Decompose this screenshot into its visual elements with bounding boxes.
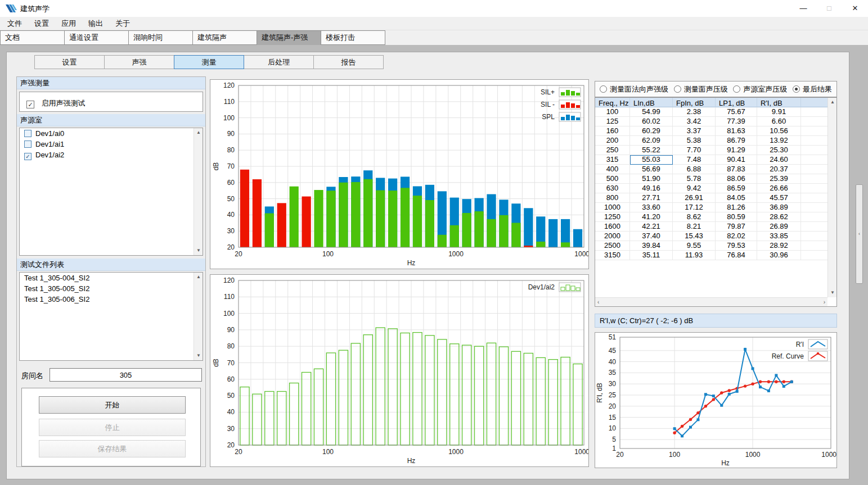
- table-cell[interactable]: 90.41: [716, 155, 757, 165]
- table-cell[interactable]: 86.59: [716, 184, 757, 193]
- table-cell[interactable]: 86.79: [716, 136, 757, 146]
- table-cell[interactable]: 25.30: [757, 146, 801, 155]
- table-header-cell[interactable]: LIn,dB: [630, 98, 673, 107]
- table-cell[interactable]: 7.48: [673, 155, 716, 165]
- table-cell[interactable]: 33.60: [630, 203, 673, 212]
- radio-icon[interactable]: [600, 85, 607, 93]
- table-cell[interactable]: 10.56: [757, 126, 801, 136]
- table-cell[interactable]: 100: [595, 107, 630, 117]
- radio-icon[interactable]: [674, 85, 681, 93]
- table-header-cell[interactable]: FpIn, dB: [673, 98, 716, 107]
- table-cell[interactable]: 76.84: [716, 251, 757, 260]
- table-cell[interactable]: 3.42: [673, 117, 716, 126]
- table-cell[interactable]: 77.39: [716, 117, 757, 126]
- table-cell[interactable]: 9.42: [673, 184, 716, 193]
- table-cell[interactable]: 60.02: [630, 117, 673, 126]
- main-tab-6[interactable]: 楼板打击: [321, 30, 385, 45]
- table-cell[interactable]: 28.62: [757, 212, 801, 222]
- table-cell[interactable]: 82.02: [716, 232, 757, 241]
- subtab-5[interactable]: 报告: [313, 55, 384, 69]
- table-cell[interactable]: 200: [595, 136, 630, 146]
- table-cell[interactable]: 3.37: [673, 126, 716, 136]
- table-cell[interactable]: 5.78: [673, 174, 716, 184]
- minimize-button[interactable]: —: [790, 0, 816, 17]
- scroll-up-icon[interactable]: ▲: [194, 273, 203, 282]
- main-tab-1[interactable]: 文档: [0, 30, 65, 45]
- legend-item[interactable]: Dev1/ai2: [528, 283, 581, 292]
- table-hscrollbar[interactable]: ‹›: [595, 297, 827, 306]
- table-header-cell[interactable]: R'I, dB: [757, 98, 801, 107]
- menu-item-5[interactable]: 关于: [109, 17, 136, 30]
- radio-option[interactable]: 测量面声压级: [674, 84, 728, 94]
- table-cell[interactable]: 2000: [595, 232, 630, 241]
- device-checkbox[interactable]: ✓: [24, 153, 32, 160]
- table-cell[interactable]: 41.20: [630, 212, 673, 222]
- table-header-cell[interactable]: LP1, dB: [716, 98, 757, 107]
- scroll-down-icon[interactable]: ▼: [828, 288, 837, 297]
- table-cell[interactable]: 2.38: [673, 107, 716, 117]
- table-cell[interactable]: 51.90: [630, 174, 673, 184]
- room-name-input[interactable]: [50, 368, 202, 382]
- table-cell[interactable]: 91.29: [716, 146, 757, 155]
- subtab-1[interactable]: 设置: [34, 55, 105, 69]
- table-vscrollbar[interactable]: ▲▼: [827, 98, 836, 297]
- table-cell[interactable]: 49.16: [630, 184, 673, 193]
- radio-option[interactable]: 声源室声压级: [733, 84, 787, 94]
- device-checkbox[interactable]: [24, 140, 32, 148]
- radio-icon[interactable]: [793, 85, 800, 93]
- menu-item-2[interactable]: 设置: [28, 17, 55, 30]
- table-cell[interactable]: 2500: [595, 241, 630, 251]
- table-cell[interactable]: 17.12: [673, 203, 716, 212]
- table-cell[interactable]: 81.63: [716, 126, 757, 136]
- legend-item[interactable]: R'I: [796, 339, 827, 349]
- main-tab-5[interactable]: 建筑隔声-声强: [257, 30, 321, 45]
- table-cell[interactable]: 500: [595, 174, 630, 184]
- maximize-button[interactable]: □: [816, 0, 842, 17]
- table-cell[interactable]: 45.57: [757, 193, 801, 203]
- subtab-4[interactable]: 后处理: [244, 55, 314, 69]
- legend-item[interactable]: SPL: [542, 112, 581, 121]
- table-cell[interactable]: 800: [595, 193, 630, 203]
- table-cell[interactable]: 36.89: [757, 203, 801, 212]
- table-cell[interactable]: 80.59: [716, 212, 757, 222]
- legend-item[interactable]: Ref. Curve: [772, 351, 827, 361]
- table-cell[interactable]: 79.53: [716, 241, 757, 251]
- table-cell[interactable]: 9.55: [673, 241, 716, 251]
- table-cell[interactable]: 27.71: [630, 193, 673, 203]
- table-cell[interactable]: 6.88: [673, 165, 716, 174]
- table-cell[interactable]: 250: [595, 146, 630, 155]
- legend-item[interactable]: SIL+: [541, 88, 581, 97]
- start-button[interactable]: 开始: [39, 396, 186, 414]
- table-cell[interactable]: 24.60: [757, 155, 801, 165]
- table-cell[interactable]: 60.29: [630, 126, 673, 136]
- table-cell[interactable]: 1600: [595, 222, 630, 232]
- device-item[interactable]: Dev1/ai0: [20, 128, 203, 139]
- table-cell[interactable]: 79.87: [716, 222, 757, 232]
- table-cell[interactable]: 56.69: [630, 165, 673, 174]
- table-cell[interactable]: 6.60: [757, 117, 801, 126]
- enable-test-checkbox[interactable]: ✓: [26, 101, 34, 108]
- table-header-cell[interactable]: Freq., Hz: [595, 98, 630, 107]
- save-results-button[interactable]: 保存结果: [39, 440, 186, 457]
- table-cell[interactable]: 75.67: [716, 107, 757, 117]
- table-cell[interactable]: 84.05: [716, 193, 757, 203]
- subtab-2[interactable]: 声强: [104, 55, 174, 69]
- table-cell[interactable]: 30.96: [757, 251, 801, 260]
- scroll-down-icon[interactable]: ▼: [194, 351, 203, 360]
- radio-option[interactable]: 最后结果: [793, 84, 832, 94]
- device-checkbox[interactable]: [24, 130, 32, 137]
- device-item[interactable]: ✓Dev1/ai2: [20, 149, 203, 161]
- table-cell[interactable]: 35.11: [630, 251, 673, 260]
- subtab-3[interactable]: 测量: [174, 55, 244, 69]
- table-cell[interactable]: 5.38: [673, 136, 716, 146]
- table-cell[interactable]: 26.89: [757, 222, 801, 232]
- table-cell[interactable]: 26.66: [757, 184, 801, 193]
- table-cell[interactable]: 42.21: [630, 222, 673, 232]
- legend-item[interactable]: SIL -: [541, 100, 581, 109]
- source-room-scrollbar[interactable]: ▲▼: [194, 128, 203, 255]
- menu-item-1[interactable]: 文件: [1, 17, 28, 30]
- radio-icon[interactable]: [733, 85, 740, 93]
- scroll-up-icon[interactable]: ▲: [828, 98, 837, 107]
- table-cell[interactable]: 630: [595, 184, 630, 193]
- table-cell[interactable]: 39.84: [630, 241, 673, 251]
